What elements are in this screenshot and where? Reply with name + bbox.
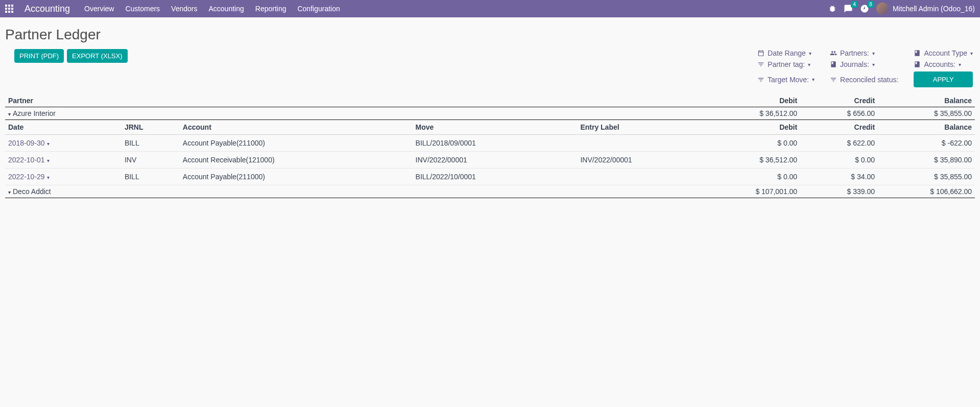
cell-entry-label: INV/2022/00001 <box>577 152 713 169</box>
date-link[interactable]: 2022-10-01 <box>8 156 45 164</box>
print-pdf-button[interactable]: PRINT (PDF) <box>14 49 64 63</box>
caret-down-icon: ▾ <box>812 77 815 82</box>
nav-customers[interactable]: Customers <box>125 5 160 13</box>
col-debit: Debit <box>713 120 800 135</box>
filter-partner-tag[interactable]: Partner tag:▾ <box>757 60 815 68</box>
nav-vendors[interactable]: Vendors <box>171 5 197 13</box>
partner-credit: $ 656.00 <box>800 107 878 120</box>
date-link[interactable]: 2022-10-29 <box>8 173 45 181</box>
cell-balance: $ 35,890.00 <box>878 152 975 169</box>
col-balance: Balance <box>878 94 975 107</box>
user-menu[interactable]: Mitchell Admin (Odoo_16) <box>876 3 975 15</box>
col-entry-label: Entry Label <box>577 120 713 135</box>
caret-down-icon: ▾ <box>8 189 11 195</box>
nav-accounting[interactable]: Accounting <box>208 5 244 13</box>
nav-overview[interactable]: Overview <box>84 5 114 13</box>
app-brand[interactable]: Accounting <box>25 4 70 14</box>
cell-account: Account Payable(211000) <box>180 169 413 185</box>
book-icon <box>914 61 921 68</box>
col-account: Account <box>180 120 413 135</box>
ledger-table: Partner Debit Credit Balance ▾Azure Inte… <box>5 94 975 198</box>
top-navbar: Accounting Overview Customers Vendors Ac… <box>0 0 980 17</box>
activities-badge: 8 <box>867 1 874 8</box>
filter-icon <box>830 76 837 83</box>
cell-account: Account Receivable(121000) <box>180 152 413 169</box>
cell-move: BILL/2018/09/0001 <box>413 135 578 152</box>
cell-debit: $ 0.00 <box>713 135 800 152</box>
cell-balance: $ 35,855.00 <box>878 169 975 185</box>
apply-button[interactable]: APPLY <box>914 71 973 87</box>
filter-partners[interactable]: Partners:▾ <box>830 49 898 57</box>
messages-badge: 4 <box>851 1 858 8</box>
col-debit: Debit <box>577 94 800 107</box>
caret-down-icon[interactable]: ▾ <box>47 158 50 163</box>
filter-icon <box>757 61 764 68</box>
date-link[interactable]: 2018-09-30 <box>8 139 45 147</box>
users-icon <box>830 50 837 57</box>
page-title: Partner Ledger <box>5 27 975 43</box>
partner-balance: $ 106,662.00 <box>878 185 975 198</box>
messages-icon[interactable]: 4 <box>844 4 853 13</box>
caret-down-icon[interactable]: ▾ <box>47 175 50 180</box>
activities-icon[interactable]: 8 <box>860 4 869 13</box>
col-credit: Credit <box>800 94 878 107</box>
col-credit: Credit <box>800 120 878 135</box>
partner-debit: $ 36,512.00 <box>577 107 800 120</box>
partner-balance: $ 35,855.00 <box>878 107 975 120</box>
cell-jrnl: BILL <box>122 135 180 152</box>
partner-credit: $ 339.00 <box>800 185 878 198</box>
filter-date-range[interactable]: Date Range▾ <box>757 49 815 57</box>
cell-jrnl: INV <box>122 152 180 169</box>
apps-icon[interactable] <box>5 5 13 13</box>
partner-debit: $ 107,001.00 <box>577 185 800 198</box>
cell-entry-label <box>577 169 713 185</box>
col-move: Move <box>413 120 578 135</box>
cell-account: Account Payable(211000) <box>180 135 413 152</box>
book-icon <box>830 61 837 68</box>
filter-account-type[interactable]: Account Type▾ <box>914 49 973 57</box>
caret-down-icon: ▾ <box>970 51 973 56</box>
caret-down-icon: ▾ <box>872 51 875 56</box>
partner-name: Azure Interior <box>13 109 56 117</box>
cell-entry-label <box>577 135 713 152</box>
cell-credit: $ 622.00 <box>800 135 878 152</box>
nav-menu: Overview Customers Vendors Accounting Re… <box>84 5 340 13</box>
filter-panel: Date Range▾ Partners:▾ Account Type▾ Par… <box>757 49 973 87</box>
cell-jrnl: BILL <box>122 169 180 185</box>
export-xlsx-button[interactable]: EXPORT (XLSX) <box>67 49 128 63</box>
caret-down-icon: ▾ <box>872 62 875 67</box>
cell-credit: $ 34.00 <box>800 169 878 185</box>
nav-configuration[interactable]: Configuration <box>297 5 340 13</box>
filter-icon <box>757 76 764 83</box>
detail-row: 2018-09-30▾ BILL Account Payable(211000)… <box>5 135 975 152</box>
col-partner: Partner <box>5 94 577 107</box>
caret-down-icon: ▾ <box>809 51 811 56</box>
partner-row[interactable]: ▾Deco Addict $ 107,001.00 $ 339.00 $ 106… <box>5 185 975 198</box>
filter-accounts[interactable]: Accounts:▾ <box>914 60 973 68</box>
cell-move: BILL/2022/10/0001 <box>413 169 578 185</box>
caret-down-icon: ▾ <box>8 111 11 117</box>
partner-name: Deco Addict <box>13 187 51 196</box>
filter-journals[interactable]: Journals:▾ <box>830 60 898 68</box>
cell-debit: $ 0.00 <box>713 169 800 185</box>
avatar <box>876 3 889 15</box>
cell-balance: $ -622.00 <box>878 135 975 152</box>
cell-move: INV/2022/00001 <box>413 152 578 169</box>
caret-down-icon: ▾ <box>808 62 810 67</box>
caret-down-icon[interactable]: ▾ <box>47 141 50 147</box>
cell-credit: $ 0.00 <box>800 152 878 169</box>
partner-row[interactable]: ▾Azure Interior $ 36,512.00 $ 656.00 $ 3… <box>5 107 975 120</box>
detail-row: 2022-10-01▾ INV Account Receivable(12100… <box>5 152 975 169</box>
book-icon <box>914 50 921 57</box>
caret-down-icon: ▾ <box>959 62 961 67</box>
user-name: Mitchell Admin (Odoo_16) <box>893 5 975 13</box>
debug-icon[interactable] <box>828 5 836 13</box>
filter-target-move[interactable]: Target Move:▾ <box>757 76 815 84</box>
col-date: Date <box>5 120 122 135</box>
col-balance: Balance <box>878 120 975 135</box>
calendar-icon <box>757 50 764 57</box>
filter-reconciled[interactable]: Reconciled status: <box>830 76 898 84</box>
nav-reporting[interactable]: Reporting <box>255 5 286 13</box>
col-jrnl: JRNL <box>122 120 180 135</box>
detail-row: 2022-10-29▾ BILL Account Payable(211000)… <box>5 169 975 185</box>
